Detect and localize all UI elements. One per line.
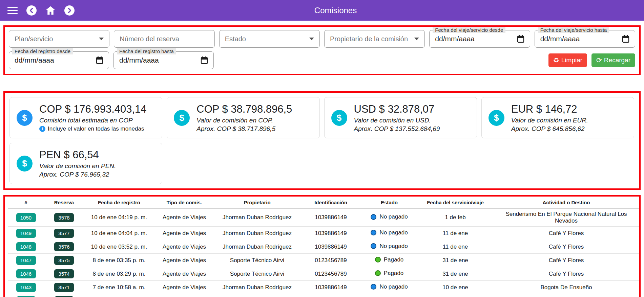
chevron-down-icon bbox=[309, 38, 314, 40]
cell-fecha-servicio: 11 de ene bbox=[416, 240, 494, 254]
arrow-left-icon bbox=[29, 8, 34, 13]
card-info-text: Incluye el valor en todas las monedas bbox=[48, 125, 144, 132]
chevron-down-icon bbox=[99, 38, 104, 40]
reserva-badge[interactable]: 3577 bbox=[54, 229, 74, 238]
estado-indicator: No pagado bbox=[371, 243, 408, 250]
id-badge[interactable]: 1049 bbox=[16, 229, 36, 238]
fecha-viaje-hasta-label: Fecha del viaje/servicio hasta bbox=[538, 27, 609, 33]
id-badge[interactable]: 1048 bbox=[16, 242, 36, 251]
cell-fecha-servicio: 10 de ene bbox=[416, 294, 494, 297]
estado-dot-icon bbox=[371, 243, 376, 249]
cell-fecha-registro: 8 de ene 03:35 p. m. bbox=[84, 254, 154, 267]
cell-fecha-servicio: 11 de ene bbox=[416, 227, 494, 240]
dollar-icon: $ bbox=[331, 110, 347, 126]
cell-id: 1042 bbox=[8, 294, 44, 297]
summary-card: $ USD $ 32.878,07 Valor de comisión en U… bbox=[324, 97, 477, 138]
cell-propietario: Soporte Técnico Airvi bbox=[215, 267, 299, 281]
column-header: Identificación bbox=[299, 197, 362, 209]
estado-label: Estado bbox=[225, 35, 246, 43]
fecha-viaje-hasta-input[interactable]: Fecha del viaje/servicio hasta dd/mm/aaa… bbox=[535, 30, 635, 48]
calendar-icon[interactable] bbox=[622, 35, 629, 43]
cell-fecha-registro: 7 de ene 10:58 a. m. bbox=[84, 281, 154, 294]
id-badge[interactable]: 1046 bbox=[16, 269, 36, 278]
reload-button-label: Recargar bbox=[604, 56, 630, 64]
estado-label: No pagado bbox=[379, 229, 408, 236]
cell-fecha-registro: 10 de ene 04:19 p. m. bbox=[84, 209, 154, 227]
card-aprox: Aprox. COP $ 38.717.896,5 bbox=[196, 125, 292, 133]
card-amount: PEN $ 66,54 bbox=[39, 149, 116, 161]
reserva-badge[interactable]: 3574 bbox=[54, 269, 74, 278]
id-badge[interactable]: 1050 bbox=[16, 213, 36, 222]
column-header: # bbox=[8, 197, 44, 209]
reserva-badge[interactable]: 3576 bbox=[54, 242, 74, 251]
reserva-badge[interactable]: 3575 bbox=[54, 256, 74, 265]
propietario-select[interactable]: Propietario de la comisión bbox=[324, 30, 425, 48]
cell-id: 1043 bbox=[8, 281, 44, 294]
table-row: 1048357610 de ene 03:52 p. m.Agente de V… bbox=[8, 240, 641, 254]
plan-servicio-select[interactable]: Plan/servicio bbox=[9, 30, 109, 48]
cell-fecha-registro: 7 de ene 10:54 a. m. bbox=[84, 294, 154, 297]
card-aprox: Aprox. COP $ 76.965,32 bbox=[39, 171, 116, 178]
cell-reserva: 3577 bbox=[44, 227, 84, 240]
home-icon bbox=[45, 6, 56, 15]
table-row: 104335717 de ene 10:58 a. m.Agente de Vi… bbox=[8, 281, 641, 294]
cell-identificacion: 1039886149 bbox=[299, 281, 362, 294]
clear-button[interactable]: ♻ Limpiar bbox=[548, 53, 587, 67]
cell-valor: CO bbox=[638, 294, 641, 297]
cell-identificacion: 1039886149 bbox=[299, 209, 362, 227]
date-value: dd/mm/aaaa bbox=[435, 35, 475, 43]
fecha-registro-hasta-input[interactable]: Fecha del registro hasta dd/mm/aaaa bbox=[113, 51, 214, 69]
cell-fecha-servicio: 31 de ene bbox=[416, 267, 494, 281]
table-row: 104235707 de ene 10:54 a. m.Agente de Vi… bbox=[8, 294, 641, 297]
calendar-icon[interactable] bbox=[517, 35, 524, 43]
summary-card: $ COP $ 38.798.896,5 Valor de comisión e… bbox=[167, 97, 319, 138]
cell-estado: Pagado bbox=[362, 254, 416, 267]
home-button[interactable] bbox=[45, 6, 56, 15]
cell-id: 1048 bbox=[8, 240, 44, 254]
cell-tipo-comision: Agente de Viajes bbox=[154, 240, 215, 254]
dollar-icon: $ bbox=[174, 110, 190, 126]
recycle-icon: ♻ bbox=[553, 57, 559, 64]
cell-reserva: 3571 bbox=[44, 281, 84, 294]
estado-label: No pagado bbox=[379, 283, 408, 290]
reserva-badge[interactable]: 3571 bbox=[54, 283, 74, 292]
cell-actividad: Café Y Flores bbox=[494, 240, 638, 254]
card-amount: EUR $ 146,72 bbox=[511, 103, 588, 115]
commissions-table-section: #ReservaFecha de registroTipo de comis.P… bbox=[3, 195, 641, 297]
cell-actividad: Bogota De Ensueño bbox=[494, 281, 638, 294]
column-header: Fecha de registro bbox=[84, 197, 154, 209]
forward-button[interactable] bbox=[64, 5, 75, 16]
nav-buttons bbox=[7, 5, 82, 16]
card-subtitle: Valor de comisión en PEN. bbox=[39, 162, 116, 170]
estado-indicator: No pagado bbox=[371, 283, 408, 290]
card-amount: COP $ 176.993.403,14 bbox=[39, 103, 147, 115]
card-amount: COP $ 38.798.896,5 bbox=[196, 103, 292, 115]
id-badge[interactable]: 1043 bbox=[16, 283, 36, 292]
cell-reserva: 3576 bbox=[44, 240, 84, 254]
menu-icon[interactable] bbox=[7, 7, 18, 14]
cell-actividad: Café Y Flores bbox=[494, 267, 638, 281]
card-subtitle: Valor de comisión en USD. bbox=[354, 117, 440, 124]
calendar-icon[interactable] bbox=[96, 56, 103, 64]
summary-card: $ EUR $ 146,72 Valor de comisión en EUR.… bbox=[481, 97, 634, 138]
cell-actividad: Senderismo En El Parque Nacional Natural… bbox=[494, 209, 638, 227]
reserva-badge[interactable]: 3578 bbox=[54, 213, 74, 222]
id-badge[interactable]: 1047 bbox=[16, 256, 36, 265]
reload-button[interactable]: ⟳ Recargar bbox=[591, 53, 635, 67]
card-subtitle: Comisión total estimada en COP bbox=[39, 117, 147, 124]
back-button[interactable] bbox=[26, 5, 37, 16]
fecha-registro-desde-input[interactable]: Fecha del registro desde dd/mm/aaaa bbox=[9, 51, 109, 69]
page-title: Comisiones bbox=[82, 6, 589, 15]
estado-select[interactable]: Estado bbox=[219, 30, 320, 48]
cell-estado: No pagado bbox=[362, 240, 416, 254]
table-row: 104635748 de ene 03:29 p. m.Agente de Vi… bbox=[8, 267, 641, 281]
card-amount: USD $ 32.878,07 bbox=[354, 103, 440, 115]
calendar-icon[interactable] bbox=[201, 56, 208, 64]
cell-estado: No pagado bbox=[362, 294, 416, 297]
dollar-icon: $ bbox=[17, 110, 33, 126]
fecha-viaje-desde-input[interactable]: Fecha del viaje/servicio desde dd/mm/aaa… bbox=[429, 30, 530, 48]
column-header: Propietario bbox=[215, 197, 299, 209]
cell-propietario: Jhorman Duban Rodríguez bbox=[215, 227, 299, 240]
estado-indicator: Pagado bbox=[375, 256, 404, 263]
numero-reserva-input[interactable]: Número del reserva bbox=[114, 30, 214, 48]
